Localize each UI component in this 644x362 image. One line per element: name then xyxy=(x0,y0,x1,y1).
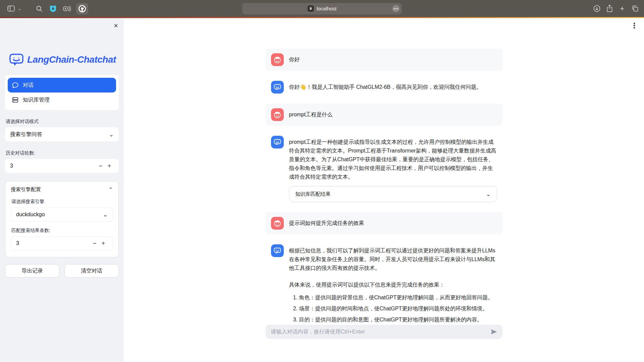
export-records-button[interactable]: 导出记录 xyxy=(5,264,59,278)
chevron-down-icon: ⌄ xyxy=(103,211,108,218)
list-item: 场景：提供问题的时间和地点，使ChatGPT更好地理解问题所处的环境和情境。 xyxy=(299,304,497,313)
brand: LangChain-Chatchat xyxy=(5,52,119,67)
user-avatar xyxy=(271,53,284,66)
expander-header[interactable]: 搜索引擎配置 ⌃ xyxy=(11,186,113,193)
nav-item-label: 对话 xyxy=(23,82,34,89)
dialogue-mode-label: 请选择对话模式 xyxy=(6,119,118,125)
search-engine-label: 请选择搜索引擎 xyxy=(11,199,112,205)
sidebar-close-icon[interactable]: × xyxy=(114,22,118,29)
sidebar: × LangChain-Chatchat 对话 xyxy=(0,18,124,362)
nav-menu: 对话 知识库管理 xyxy=(5,75,119,110)
search-icon[interactable] xyxy=(35,4,44,13)
message-paragraph: 根据已知信息，我们可以了解到提示词工程可以通过提供更好的问题和答案来提升LLMs… xyxy=(289,246,497,273)
assistant-avatar xyxy=(271,244,284,257)
message-text: 你好👋！我是人工智能助手 ChatGLM2-6B，很高兴见到你，欢迎问我任何问题… xyxy=(289,81,482,94)
chat-input-bar xyxy=(266,325,502,339)
tab-overview-icon[interactable] xyxy=(631,4,639,13)
user-message: prompt工程是什么 xyxy=(266,104,502,126)
broadcast-icon[interactable] xyxy=(62,4,71,13)
search-engine-select[interactable]: duckduckgo ⌄ xyxy=(11,207,113,222)
assistant-avatar xyxy=(271,81,284,94)
increment-button[interactable]: + xyxy=(105,163,114,170)
send-icon[interactable] xyxy=(491,329,497,335)
nav-item-label: 知识库管理 xyxy=(23,97,50,104)
history-rounds-value: 3 xyxy=(10,163,96,169)
chat-main: ⋮ 你好 xyxy=(124,18,644,362)
assistant-message: prompt工程是一种创建提示或指导以生成文本的过程，允许用户控制模型的输出并生… xyxy=(266,136,502,202)
assistant-avatar xyxy=(271,136,284,148)
expander-title: 搜索引擎配置 xyxy=(11,186,41,193)
user-avatar xyxy=(271,108,284,121)
chat-input[interactable] xyxy=(271,329,491,335)
chevron-down-icon[interactable]: ⌄ xyxy=(18,6,21,11)
new-tab-icon[interactable]: + xyxy=(618,4,627,13)
browser-toolbar: ⌄ xyxy=(0,0,644,17)
kb-expander-label: 知识库匹配结果 xyxy=(296,191,331,197)
badge-app-icon[interactable] xyxy=(49,4,57,13)
match-results-input[interactable]: 3 − + xyxy=(11,236,113,250)
app-menu-icon[interactable]: ⋮ xyxy=(631,21,638,30)
site-favicon: ♛ xyxy=(308,5,314,12)
match-results-label: 匹配搜索结果条数: xyxy=(11,228,112,234)
chat-bubble-icon xyxy=(12,82,18,88)
search-engine-value: duckduckgo xyxy=(16,212,45,218)
brand-logo-icon xyxy=(9,52,24,67)
address-bar[interactable]: ♛ localhost ●●● xyxy=(242,3,402,14)
kb-match-results-expander[interactable]: 知识库匹配结果 ⌄ xyxy=(289,186,497,202)
dialogue-mode-value: 搜索引擎问答 xyxy=(10,131,42,138)
dialogue-mode-select[interactable]: 搜索引擎问答 ⌄ xyxy=(5,127,119,141)
chevron-up-icon: ⌃ xyxy=(109,186,113,193)
match-results-value: 3 xyxy=(16,240,90,246)
message-list: 角色：提供问题的背景信息，使ChatGPT更好地理解问题，从而更好地回答问题。 … xyxy=(289,293,497,325)
share-icon[interactable] xyxy=(605,4,614,13)
increment-button[interactable]: + xyxy=(99,240,108,247)
github-icon xyxy=(78,5,86,13)
message-text: prompt工程是什么 xyxy=(289,108,333,121)
decrement-button[interactable]: − xyxy=(90,240,99,247)
message-text: 你好 xyxy=(289,53,300,66)
search-engine-config-expander: 搜索引擎配置 ⌃ 请选择搜索引擎 duckduckgo ⌄ 匹配搜索结果条数: … xyxy=(5,181,119,257)
assistant-message: 你好👋！我是人工智能助手 ChatGLM2-6B，很高兴见到你，欢迎问我任何问题… xyxy=(266,81,502,94)
nav-item-dialogue[interactable]: 对话 xyxy=(8,78,116,93)
message-text: prompt工程是一种创建提示或指导以生成文本的过程，允许用户控制模型的输出并生… xyxy=(289,136,497,181)
sidebar-toggle-icon[interactable] xyxy=(7,4,15,13)
chevron-down-icon: ⌄ xyxy=(109,131,114,138)
database-icon xyxy=(12,97,18,103)
clear-dialogue-button[interactable]: 清空对话 xyxy=(64,264,119,278)
assistant-message: 根据已知信息，我们可以了解到提示词工程可以通过提供更好的问题和答案来提升LLMs… xyxy=(266,244,502,325)
decrement-button[interactable]: − xyxy=(96,163,105,170)
list-item: 目的：提供问题的目的和意图，使ChatGPT更好地理解问题所要解决的内容。 xyxy=(299,315,497,324)
message-paragraph: 具体来说，使用提示词可以提供以下信息来提升完成任务的效果： xyxy=(289,281,497,289)
chat-column: 你好 你好👋！我是人工智能助手 ChatGLM2-6B，很高兴见到你，欢迎问我任… xyxy=(266,18,502,362)
list-item: 角色：提供问题的背景信息，使ChatGPT更好地理解问题，从而更好地回答问题。 xyxy=(299,293,497,302)
brand-title: LangChain-Chatchat xyxy=(27,54,116,65)
chevron-down-icon: ⌄ xyxy=(486,191,490,197)
user-avatar xyxy=(271,217,284,230)
history-rounds-label: 历史对话轮数: xyxy=(6,150,118,156)
github-button[interactable] xyxy=(76,3,88,14)
nav-item-knowledge-base[interactable]: 知识库管理 xyxy=(8,93,116,107)
chat-history[interactable]: 你好 你好👋！我是人工智能助手 ChatGLM2-6B，很高兴见到你，欢迎问我任… xyxy=(266,18,502,325)
page-options-icon[interactable]: ●●● xyxy=(392,5,399,12)
user-message: 提示词如何提升完成任务的效果 xyxy=(266,212,502,234)
history-rounds-input[interactable]: 3 − + xyxy=(5,159,119,173)
downloads-icon[interactable] xyxy=(592,4,601,13)
address-url: localhost xyxy=(317,6,336,11)
user-message: 你好 xyxy=(266,49,502,71)
message-text: 提示词如何提升完成任务的效果 xyxy=(289,217,364,230)
